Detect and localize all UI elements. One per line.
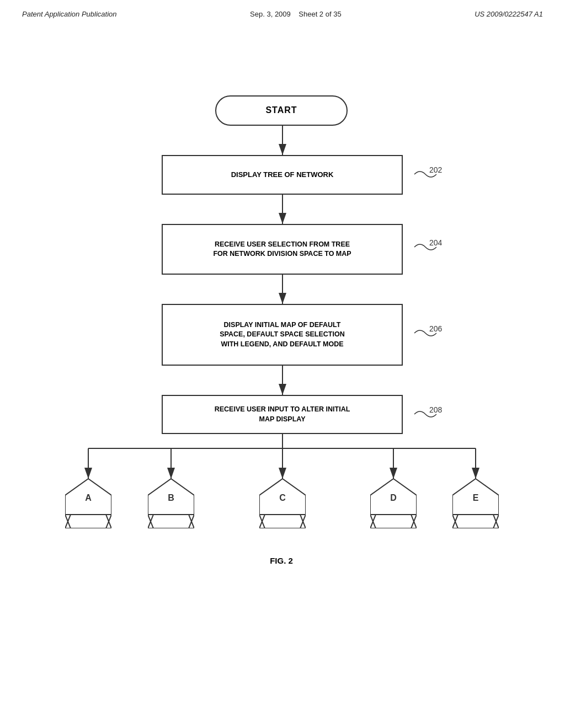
svg-text:D: D — [390, 493, 397, 502]
svg-text:208: 208 — [429, 406, 443, 414]
svg-marker-37 — [452, 515, 499, 528]
svg-marker-22 — [148, 515, 194, 528]
svg-text:B: B — [168, 493, 174, 502]
box-208: RECEIVE USER INPUT TO ALTER INITIAL MAP … — [162, 395, 403, 434]
box-204: RECEIVE USER SELECTION FROM TREE FOR NET… — [162, 224, 403, 275]
diagram-area: START DISPLAY TREE OF NETWORK 202 RECEIV… — [0, 18, 565, 680]
svg-marker-27 — [259, 515, 306, 528]
svg-marker-17 — [65, 515, 111, 528]
svg-text:C: C — [279, 493, 286, 502]
connector-C: C — [259, 479, 306, 528]
start-box: START — [215, 95, 348, 126]
svg-marker-32 — [370, 515, 417, 528]
connector-B: B — [148, 479, 194, 528]
svg-text:E: E — [473, 493, 479, 502]
ref-208: 208 — [412, 406, 445, 424]
svg-text:A: A — [85, 493, 92, 502]
box-206: DISPLAY INITIAL MAP OF DEFAULT SPACE, DE… — [162, 304, 403, 366]
ref-206: 206 — [412, 325, 445, 343]
page-header: Patent Application Publication Sep. 3, 2… — [0, 0, 565, 18]
header-center: Sep. 3, 2009 Sheet 2 of 35 — [250, 10, 342, 18]
box-202: DISPLAY TREE OF NETWORK — [162, 155, 403, 195]
header-publication: Patent Application Publication — [22, 10, 117, 18]
header-date: Sep. 3, 2009 — [250, 10, 291, 18]
ref-202: 202 — [412, 166, 445, 184]
connector-E: E — [452, 479, 499, 528]
header-sheet: Sheet 2 of 35 — [299, 10, 341, 18]
header-patent: US 2009/0222547 A1 — [475, 10, 543, 18]
ref-204: 204 — [412, 239, 445, 257]
svg-text:202: 202 — [429, 166, 443, 174]
svg-text:204: 204 — [429, 239, 443, 247]
connector-A: A — [65, 479, 111, 528]
fig-label: FIG. 2 — [248, 556, 315, 565]
svg-text:206: 206 — [429, 325, 443, 333]
connector-D: D — [370, 479, 417, 528]
